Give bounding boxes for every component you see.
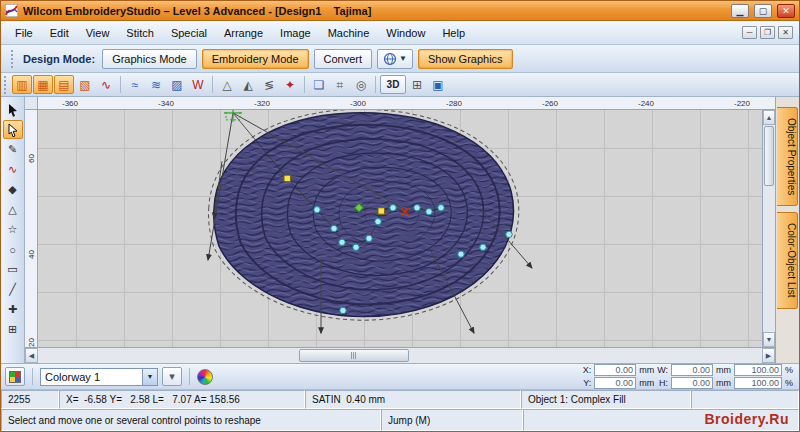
color-wheel-icon[interactable] bbox=[197, 369, 213, 385]
select-tool[interactable] bbox=[3, 100, 23, 119]
triangle-tool-icon[interactable]: △ bbox=[217, 75, 237, 94]
design-workspace[interactable] bbox=[38, 110, 762, 347]
menu-edit[interactable]: Edit bbox=[42, 23, 77, 43]
show-graphics-button[interactable]: Show Graphics bbox=[418, 49, 513, 69]
graphics-mode-button[interactable]: Graphics Mode bbox=[102, 49, 197, 69]
horizontal-scrollbar[interactable]: ◀ ▶ bbox=[25, 348, 775, 363]
digitize-closed-tool[interactable]: ◆ bbox=[3, 180, 23, 199]
ruler-row: -360 -340 -320 -300 -280 -260 -240 -220 bbox=[25, 97, 775, 110]
ellipse-tool[interactable]: ○ bbox=[3, 240, 23, 259]
w-label: W: bbox=[657, 365, 668, 375]
hoop-globe-dropdown[interactable]: ▼ bbox=[377, 49, 413, 69]
menu-arrange[interactable]: Arrange bbox=[216, 23, 271, 43]
grid-toggle-icon[interactable]: ⊞ bbox=[407, 75, 427, 94]
line-tool[interactable]: ╱ bbox=[3, 280, 23, 299]
hoop-icon[interactable]: ◎ bbox=[351, 75, 371, 94]
colorway-dropdown-icon[interactable]: ▼ bbox=[142, 369, 157, 385]
menu-help[interactable]: Help bbox=[434, 23, 473, 43]
menu-image[interactable]: Image bbox=[272, 23, 319, 43]
horizontal-scroll-track[interactable] bbox=[38, 348, 762, 363]
y-input[interactable] bbox=[594, 377, 636, 389]
status-bar: 2255 X= -6.58 Y= 2.58 L= 7.07 A= 158.56 … bbox=[1, 389, 799, 409]
v-tick: 60 bbox=[27, 154, 36, 163]
show-stitches-icon[interactable]: ▣ bbox=[428, 75, 448, 94]
monogram-icon[interactable]: ✦ bbox=[280, 75, 300, 94]
child-restore-button[interactable]: ❐ bbox=[760, 26, 775, 39]
colorway-select[interactable]: Colorway 1 ▼ bbox=[40, 368, 158, 386]
menu-bar: File Edit View Stitch Special Arrange Im… bbox=[1, 21, 799, 45]
h-input[interactable] bbox=[671, 377, 713, 389]
x-unit: mm bbox=[639, 365, 654, 375]
menu-stitch[interactable]: Stitch bbox=[118, 23, 162, 43]
rectangle-tool[interactable]: ▭ bbox=[3, 260, 23, 279]
vertical-scrollbar[interactable]: ▲ ▼ bbox=[762, 110, 775, 347]
overview-window-icon[interactable]: ❏ bbox=[309, 75, 329, 94]
scroll-right-icon[interactable]: ▶ bbox=[762, 348, 775, 363]
star-shape-tool[interactable]: ☆ bbox=[3, 220, 23, 239]
v-tick: 20 bbox=[27, 338, 36, 347]
h-tick: -220 bbox=[734, 99, 750, 108]
stitch-count: 2255 bbox=[1, 390, 59, 409]
pen-tool[interactable]: ✎ bbox=[3, 140, 23, 159]
3d-view-button[interactable]: 3D bbox=[380, 75, 406, 94]
kerning-icon[interactable]: ≶ bbox=[259, 75, 279, 94]
menu-machine[interactable]: Machine bbox=[320, 23, 378, 43]
measure-icon[interactable]: ⌗ bbox=[330, 75, 350, 94]
w-input[interactable] bbox=[671, 364, 713, 376]
outline-stitch-icon[interactable]: ▥ bbox=[12, 75, 32, 94]
palette-grid-icon bbox=[9, 371, 21, 383]
scroll-up-icon[interactable]: ▲ bbox=[763, 110, 775, 125]
zigzag-stitch-icon[interactable]: W bbox=[188, 75, 208, 94]
hint-bar: Select and move one or several control p… bbox=[1, 409, 799, 431]
canvas-column: -360 -340 -320 -300 -280 -260 -240 -220 … bbox=[25, 97, 775, 363]
toolbar-grip[interactable] bbox=[11, 50, 15, 68]
close-button[interactable]: ✕ bbox=[777, 4, 795, 18]
menu-file[interactable]: File bbox=[7, 23, 41, 43]
minimize-button[interactable]: ▁ bbox=[731, 4, 749, 18]
toolbar-grip-2[interactable] bbox=[4, 76, 8, 94]
embroidery-mode-button[interactable]: Embroidery Mode bbox=[202, 49, 309, 69]
embroidery-design[interactable] bbox=[38, 110, 762, 347]
status-extra bbox=[691, 390, 799, 409]
maximize-button[interactable]: ▢ bbox=[754, 4, 772, 18]
x-input[interactable] bbox=[594, 364, 636, 376]
add-node-tool[interactable]: ✚ bbox=[3, 300, 23, 319]
convert-button[interactable]: Convert bbox=[314, 49, 373, 69]
child-close-button[interactable]: ✕ bbox=[778, 26, 793, 39]
satin-stitch-icon[interactable]: ≋ bbox=[146, 75, 166, 94]
stitch-edit-tool[interactable]: ∿ bbox=[3, 160, 23, 179]
stitch-effects-icon[interactable]: ∿ bbox=[96, 75, 116, 94]
toolbox: ✎ ∿ ◆ △ ☆ ○ ▭ ╱ ✚ ⊞ bbox=[1, 97, 25, 363]
scroll-left-icon[interactable]: ◀ bbox=[25, 348, 38, 363]
reshape-tool[interactable] bbox=[3, 120, 23, 139]
digitize-open-tool[interactable]: △ bbox=[3, 200, 23, 219]
transform-fields: X: mm W: mm % Y: mm H: mm % bbox=[583, 364, 795, 389]
tab-object-properties[interactable]: Object Properties bbox=[777, 107, 798, 206]
anchor-crosshair[interactable] bbox=[224, 110, 242, 122]
menu-view[interactable]: View bbox=[78, 23, 118, 43]
v-tick: 40 bbox=[27, 250, 36, 259]
mirror-tool-icon[interactable]: ◭ bbox=[238, 75, 258, 94]
h-tick: -320 bbox=[254, 99, 270, 108]
tatami-fill-icon[interactable]: ▨ bbox=[167, 75, 187, 94]
menu-window[interactable]: Window bbox=[378, 23, 433, 43]
horizontal-scroll-thumb[interactable] bbox=[299, 349, 409, 362]
h-tick: -280 bbox=[446, 99, 462, 108]
palette-editor-button[interactable] bbox=[5, 367, 25, 386]
menu-special[interactable]: Special bbox=[163, 23, 215, 43]
vertical-scroll-thumb[interactable] bbox=[764, 126, 774, 186]
grid-tool[interactable]: ⊞ bbox=[3, 320, 23, 339]
child-minimize-button[interactable]: ─ bbox=[742, 26, 757, 39]
scroll-down-icon[interactable]: ▼ bbox=[763, 332, 775, 347]
tab-color-object-list[interactable]: Color-Object List bbox=[777, 212, 798, 308]
selected-object: Object 1: Complex Fill bbox=[521, 390, 691, 409]
pattern-fill-icon[interactable]: ▤ bbox=[54, 75, 74, 94]
title-bar: Wilcom EmbroideryStudio – Level 3 Advanc… bbox=[1, 1, 799, 21]
fill-stitch-icon[interactable]: ▦ bbox=[33, 75, 53, 94]
motif-fill-icon[interactable]: ▧ bbox=[75, 75, 95, 94]
watermark: Broidery.Ru bbox=[704, 411, 789, 427]
colorway-menu-button[interactable]: ▾ bbox=[162, 367, 182, 386]
scale-x-input[interactable] bbox=[734, 364, 782, 376]
scale-y-input[interactable] bbox=[734, 377, 782, 389]
run-stitch-icon[interactable]: ≈ bbox=[125, 75, 145, 94]
